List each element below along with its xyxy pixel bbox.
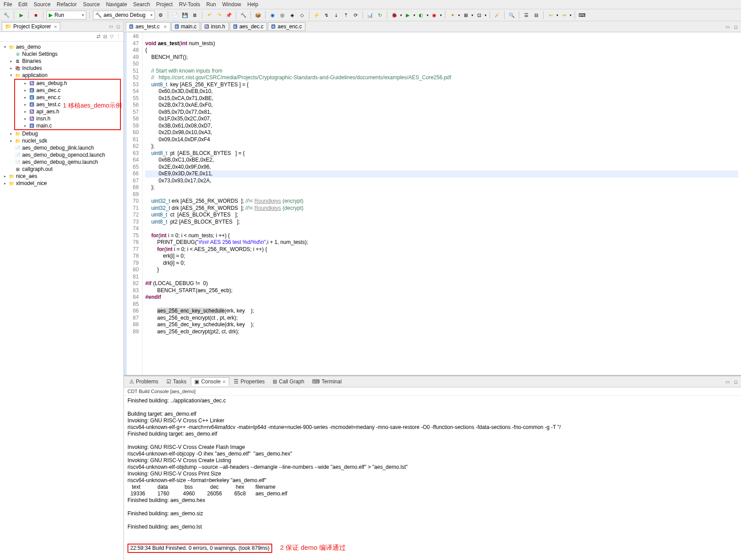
flash3-icon[interactable]: ⇣ bbox=[332, 11, 340, 19]
project-explorer: 📁 Project Explorer ✕ ▭ ◻ ⇄ ⊟ ▽ ⋮ ▾📁aes_d… bbox=[0, 21, 124, 560]
tab-aes_enc-c[interactable]: caes_enc.c bbox=[268, 22, 305, 31]
nav-back-icon[interactable]: ⇐ bbox=[547, 11, 555, 19]
menu-icon[interactable]: ⋮ bbox=[116, 34, 121, 39]
minimize-icon[interactable]: ▭ bbox=[724, 24, 731, 29]
file-aes_debug-h[interactable]: ▸haes_debug.h bbox=[15, 80, 120, 87]
refresh-icon[interactable]: ↻ bbox=[376, 11, 384, 19]
bottom-panel: ⚠Problems☑Tasks▣Console ✕☰Properties⊞Cal… bbox=[124, 375, 741, 560]
link-icon[interactable]: ⇄ bbox=[96, 34, 100, 39]
menu-file[interactable]: File bbox=[4, 1, 12, 8]
stop-icon[interactable]: ■ bbox=[32, 11, 40, 19]
nuclei-sdk-node[interactable]: ▸📁nuclei_sdk bbox=[1, 137, 123, 144]
save-all-icon[interactable]: 🗎 bbox=[191, 11, 199, 19]
maximize-icon[interactable]: ◻ bbox=[732, 24, 739, 29]
console-output[interactable]: Finished building: ../application/aes_de… bbox=[124, 396, 741, 560]
file-main-c[interactable]: ▸cmain.c bbox=[15, 122, 120, 129]
callgraph-file[interactable]: ⊞callgraph.out bbox=[1, 166, 123, 173]
coverage-icon[interactable]: ◐ bbox=[417, 11, 425, 19]
chip4-icon[interactable]: ◇ bbox=[298, 11, 306, 19]
ext2-icon[interactable]: ⊞ bbox=[462, 11, 470, 19]
chip-icon[interactable]: ◉ bbox=[269, 11, 277, 19]
explorer-tab[interactable]: 📁 Project Explorer ✕ bbox=[2, 22, 60, 31]
flash1-icon[interactable]: ⚡ bbox=[313, 11, 320, 19]
file-aes_enc-c[interactable]: ▸caes_enc.c bbox=[15, 94, 120, 101]
graph-icon[interactable]: 📊 bbox=[366, 11, 374, 19]
tab-main-c[interactable]: cmain.c bbox=[171, 22, 200, 31]
toggle-icon[interactable]: ⊟ bbox=[532, 11, 540, 19]
run-config-combo[interactable]: ▶Run▾ bbox=[46, 11, 86, 19]
file-aes_dec-c[interactable]: ▸caes_dec.c bbox=[15, 87, 120, 94]
binaries-node[interactable]: ▸🗎Binaries bbox=[1, 58, 123, 65]
application-node[interactable]: ▾📁application bbox=[1, 72, 123, 79]
file-insn-h[interactable]: ▸hinsn.h bbox=[15, 115, 120, 122]
collapse-icon[interactable]: ⊟ bbox=[103, 34, 107, 39]
explorer-title: Project Explorer bbox=[13, 23, 51, 30]
minimize-icon[interactable]: ▭ bbox=[724, 379, 731, 384]
launch-file[interactable]: 📄aes_demo_debug_qemu.launch bbox=[1, 158, 123, 166]
pin-icon[interactable]: 📌 bbox=[225, 11, 233, 19]
fwd-icon[interactable]: ↷ bbox=[215, 11, 223, 19]
filter-icon[interactable]: ▽ bbox=[110, 34, 113, 39]
menu-window[interactable]: Window bbox=[222, 1, 241, 8]
hammer-icon[interactable]: 🔨 bbox=[239, 11, 247, 19]
maximize-icon[interactable]: ◻ bbox=[732, 379, 739, 384]
ext1-icon[interactable]: ✦ bbox=[448, 11, 456, 19]
menu-refactor[interactable]: Refactor bbox=[57, 1, 77, 8]
nice-aes-node[interactable]: ▸📁nice_aes bbox=[1, 173, 123, 180]
tab-aes_test-c[interactable]: caes_test.c✕ bbox=[126, 22, 170, 31]
wand-icon[interactable]: 🪄 bbox=[493, 11, 501, 19]
tab-tasks[interactable]: ☑Tasks bbox=[163, 377, 190, 386]
config-icon[interactable]: ⚙ bbox=[157, 11, 165, 19]
tab-aes_dec-c[interactable]: caes_dec.c bbox=[230, 22, 267, 31]
package-icon[interactable]: 📦 bbox=[254, 11, 262, 19]
nav-fwd-icon[interactable]: ⇒ bbox=[560, 11, 568, 19]
xlmodel-node[interactable]: ▸📁xlmodel_nice bbox=[1, 180, 123, 187]
menu-source[interactable]: Source bbox=[34, 1, 50, 8]
new-icon[interactable]: 📄 bbox=[171, 11, 179, 19]
flash5-icon[interactable]: ⟳ bbox=[351, 11, 359, 19]
code-editor[interactable]: 4647484950515253545556575859606162636465… bbox=[124, 32, 741, 375]
close-icon[interactable]: ✕ bbox=[163, 24, 167, 29]
run2-icon[interactable]: ▶ bbox=[404, 11, 412, 19]
debug-node[interactable]: ▸📁Debug bbox=[1, 130, 123, 137]
debug-icon[interactable]: 🐞 bbox=[390, 11, 398, 19]
minimize-icon[interactable]: ▭ bbox=[107, 24, 115, 29]
tab-icon: ☰ bbox=[234, 378, 239, 385]
includes-node[interactable]: ▸📚Includes bbox=[1, 65, 123, 72]
debug-config-combo[interactable]: 🔨aes_demo Debug▾ bbox=[93, 11, 155, 19]
tab-insn-h[interactable]: hinsn.h bbox=[201, 22, 229, 31]
outline-icon[interactable]: ☰ bbox=[522, 11, 530, 19]
close-icon[interactable]: ✕ bbox=[54, 24, 57, 29]
ext3-icon[interactable]: ⊡ bbox=[475, 11, 483, 19]
search-icon[interactable]: 🔍 bbox=[508, 11, 516, 19]
nuclei-settings[interactable]: ⚙Nuclei Settings bbox=[1, 50, 123, 58]
code-content[interactable]: void aes_test(int num_tests){ BENCH_INIT… bbox=[143, 32, 741, 375]
launch-file[interactable]: 📄aes_demo_debug_openocd.launch bbox=[1, 151, 123, 158]
tab-problems[interactable]: ⚠Problems bbox=[126, 377, 162, 386]
tab-terminal[interactable]: ⌨Terminal bbox=[309, 377, 345, 386]
profile-icon[interactable]: ◉ bbox=[430, 11, 438, 19]
tab-properties[interactable]: ☰Properties bbox=[230, 377, 268, 386]
run-icon[interactable]: ▶ bbox=[17, 11, 25, 19]
flash4-icon[interactable]: ⇡ bbox=[342, 11, 350, 19]
menu-edit[interactable]: Edit bbox=[18, 1, 27, 8]
flash2-icon[interactable]: ↯ bbox=[322, 11, 330, 19]
save-icon[interactable]: 💾 bbox=[181, 11, 189, 19]
chip2-icon[interactable]: ◎ bbox=[278, 11, 286, 19]
menu-help[interactable]: Help bbox=[247, 1, 259, 8]
menu-run[interactable]: Run bbox=[206, 1, 216, 8]
tab-console[interactable]: ▣Console ✕ bbox=[191, 377, 229, 386]
menu-search[interactable]: Search bbox=[133, 1, 150, 8]
menu-project[interactable]: Project bbox=[156, 1, 173, 8]
menu-rv-tools[interactable]: RV-Tools bbox=[179, 1, 200, 8]
wrench-icon[interactable]: 🔧 bbox=[3, 11, 11, 19]
menu-navigate[interactable]: Navigate bbox=[106, 1, 127, 8]
project-node[interactable]: ▾📁aes_demo bbox=[1, 43, 123, 50]
term-icon[interactable]: ⌨ bbox=[578, 11, 586, 19]
menu-source[interactable]: Source bbox=[83, 1, 100, 8]
maximize-icon[interactable]: ◻ bbox=[115, 24, 122, 29]
chip3-icon[interactable]: ◈ bbox=[288, 11, 296, 19]
launch-file[interactable]: 📄aes_demo_debug_jlink.launch bbox=[1, 144, 123, 151]
back-icon[interactable]: ↶ bbox=[205, 11, 213, 19]
tab-call-graph[interactable]: ⊞Call Graph bbox=[269, 377, 308, 386]
